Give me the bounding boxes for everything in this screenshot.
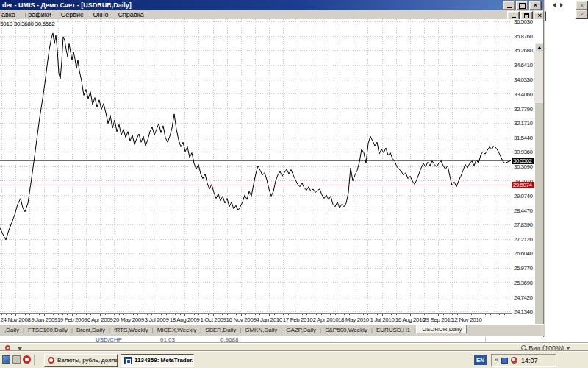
tab-separator: | bbox=[371, 327, 373, 333]
x-minor-tick bbox=[161, 314, 162, 315]
chart-tab-micex[interactable]: MICEX,Weekly bbox=[154, 326, 200, 334]
menu-item-сервис[interactable]: Сервис bbox=[60, 11, 85, 18]
chart-tab-gmkn[interactable]: GMKN,Daily bbox=[242, 326, 280, 334]
tray-chevron-icon[interactable]: « bbox=[495, 356, 498, 364]
background-window-close-button-2[interactable]: × bbox=[576, 10, 588, 19]
y-axis-label: 24.7420 bbox=[514, 294, 532, 301]
x-minor-tick bbox=[429, 314, 429, 315]
x-minor-tick bbox=[293, 314, 293, 315]
menu-items: авкаГрафикиСервисОкноСправка bbox=[1, 11, 145, 18]
chart-tab-sber[interactable]: SBER,Daily bbox=[202, 326, 239, 334]
status-dropdown-icon[interactable] bbox=[18, 347, 22, 350]
menu-item-окно[interactable]: Окно bbox=[93, 11, 110, 18]
x-minor-tick bbox=[29, 314, 30, 315]
chart-tab-ftse100[interactable]: FTSE100,Daily bbox=[25, 326, 71, 334]
maximize-button[interactable] bbox=[516, 1, 528, 10]
tab-separator: | bbox=[414, 327, 415, 333]
menu-item-графики[interactable]: Графики bbox=[24, 11, 52, 18]
x-minor-tick bbox=[204, 314, 204, 315]
x-minor-tick bbox=[321, 314, 322, 315]
x-minor-tick bbox=[335, 314, 336, 315]
quicklaunch-browser-icon[interactable] bbox=[2, 355, 10, 364]
taskbar-button-1[interactable]: Валюты, рубль, долла... bbox=[44, 354, 118, 367]
x-minor-tick bbox=[39, 314, 40, 315]
x-minor-tick bbox=[166, 314, 167, 315]
x-minor-tick bbox=[363, 314, 364, 315]
quote-time: 01:03 bbox=[160, 336, 175, 343]
quicklaunch-desktop-icon[interactable] bbox=[12, 355, 21, 364]
antivirus-tray-icon[interactable] bbox=[511, 357, 517, 364]
tab-separator: | bbox=[23, 327, 24, 333]
x-minor-tick bbox=[462, 314, 462, 315]
x-minor-tick bbox=[232, 314, 232, 315]
taskbar-button-2[interactable]: 1134859: MetaTrader... bbox=[121, 354, 194, 367]
minimize-button[interactable] bbox=[503, 1, 515, 10]
x-minor-tick bbox=[499, 314, 500, 315]
y-axis-label: 29.0740 bbox=[514, 193, 532, 199]
tab-separator: | bbox=[71, 327, 73, 333]
mdi-restore-icon bbox=[524, 13, 529, 18]
y-axis-label: 34.6410 bbox=[514, 62, 532, 68]
chart-tab-eurusd[interactable]: EURUSD,H1 bbox=[373, 326, 413, 334]
x-minor-tick bbox=[330, 314, 331, 315]
y-axis-label: 30.9360 bbox=[514, 149, 532, 155]
tab-scroll-right-icon[interactable] bbox=[560, 3, 563, 7]
x-minor-tick bbox=[119, 314, 120, 315]
x-minor-tick bbox=[283, 314, 284, 315]
x-minor-tick bbox=[227, 314, 228, 315]
y-axis-label: 25.9770 bbox=[514, 265, 532, 272]
chart-tab-gazp[interactable]: GAZP,Daily bbox=[283, 326, 319, 334]
x-minor-tick bbox=[312, 314, 312, 315]
x-minor-tick bbox=[208, 314, 209, 315]
network-tray-icon[interactable] bbox=[501, 358, 508, 364]
x-minor-tick bbox=[175, 314, 176, 315]
x-minor-tick bbox=[53, 314, 54, 315]
current-price-box: 30.5562 bbox=[512, 158, 534, 164]
quote-symbol-link[interactable]: USD/CHF bbox=[96, 336, 122, 343]
x-minor-tick bbox=[316, 314, 317, 315]
x-minor-tick bbox=[471, 314, 472, 315]
x-axis-label: 12 Nov 2010 bbox=[446, 316, 487, 323]
price-axis[interactable]: 36.503035.876035.268034.641034.033033.40… bbox=[512, 19, 534, 314]
mdi-close-icon: × bbox=[538, 13, 542, 18]
x-minor-tick bbox=[377, 314, 378, 315]
x-minor-tick bbox=[344, 314, 345, 315]
taskbar-clock[interactable]: 14:07 bbox=[521, 357, 538, 364]
chart-tab-s&p500[interactable]: S&P500,Weekly bbox=[322, 326, 370, 334]
x-minor-tick bbox=[194, 314, 195, 315]
menu-item-авка[interactable]: авка bbox=[1, 11, 16, 18]
close-button[interactable]: × bbox=[529, 1, 542, 10]
chart-tab-fragment[interactable]: ,Daily bbox=[1, 326, 22, 334]
x-minor-tick bbox=[373, 314, 373, 315]
tab-separator: | bbox=[281, 327, 282, 333]
x-minor-tick bbox=[133, 314, 134, 315]
x-minor-tick bbox=[288, 314, 289, 315]
x-minor-tick bbox=[62, 314, 63, 315]
chart-tab-usdrur[interactable]: USDRUR,Daily bbox=[416, 325, 467, 334]
x-minor-tick bbox=[443, 314, 444, 315]
x-minor-tick bbox=[82, 314, 82, 315]
y-axis-label: 35.8760 bbox=[514, 33, 532, 40]
desktop-screen: × × der - UMIS - Демо Счет - [USDRUR,Dai… bbox=[0, 0, 588, 368]
system-tray: « 14:07 bbox=[491, 354, 556, 367]
arrow-up-icon bbox=[537, 46, 542, 49]
tab-scroll-arrows bbox=[553, 3, 563, 7]
menu-item-справка[interactable]: Справка bbox=[117, 11, 144, 18]
title-bar[interactable]: der - UMIS - Демо Счет - [USDRUR,Daily] bbox=[0, 0, 545, 10]
quicklaunch-opera-icon[interactable] bbox=[23, 355, 31, 364]
x-minor-tick bbox=[448, 314, 448, 315]
x-minor-tick bbox=[279, 314, 279, 315]
chart-plot-area[interactable] bbox=[0, 19, 512, 314]
x-minor-tick bbox=[396, 314, 397, 315]
table-divider bbox=[331, 337, 331, 343]
scrollbar-thumb[interactable] bbox=[534, 103, 543, 325]
chart-tab-frts[interactable]: fRTS,Weekly bbox=[111, 326, 151, 334]
y-axis-label: 27.2120 bbox=[514, 236, 532, 243]
date-axis[interactable]: 24 Nov 20089 Jan 200919 Feb 20096 Apr 20… bbox=[0, 314, 512, 324]
vertical-scrollbar[interactable] bbox=[534, 19, 543, 336]
x-minor-tick bbox=[58, 314, 59, 315]
x-minor-tick bbox=[67, 314, 68, 315]
tab-scroll-left-icon[interactable] bbox=[553, 3, 556, 7]
language-indicator[interactable]: EN bbox=[474, 355, 487, 365]
chart-tab-brent[interactable]: Brent,Daily bbox=[74, 326, 108, 334]
